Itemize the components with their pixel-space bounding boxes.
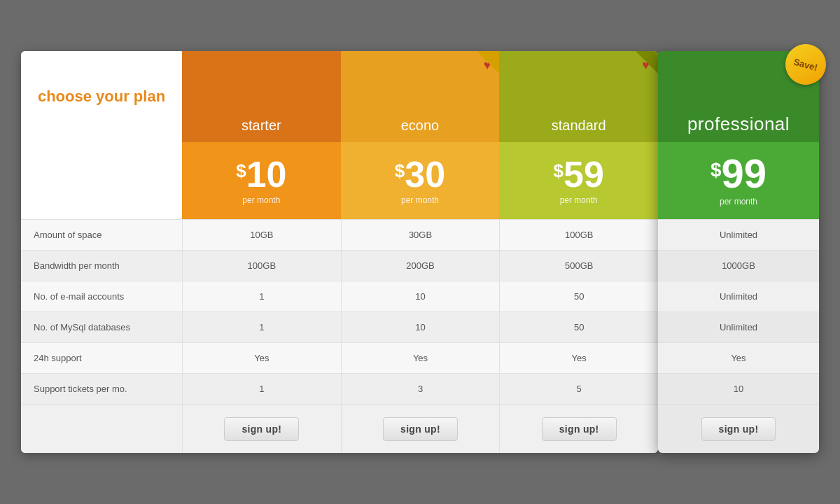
main-pricing-card: choose your plan starter econo ♥ standar… [21,51,658,453]
pro-per-month-label: per month [720,197,757,206]
starter-signup-cell: sign up! [182,405,341,453]
standard-price: $59 [554,156,604,192]
standard-tickets: 5 [499,374,658,404]
pro-email-value: Unlimited [720,291,757,302]
pricing-wrapper: choose your plan starter econo ♥ standar… [21,51,819,453]
pro-space-value: Unlimited [720,230,757,240]
price-label-spacer [21,142,182,219]
econo-support: Yes [341,343,500,373]
pro-feature-tickets: 10 [658,373,819,404]
pro-pricing-card: Save! professional $99 per month Unlimit… [658,51,819,453]
pro-bandwidth-value: 1000GB [722,260,755,271]
plan-name-row: choose your plan starter econo ♥ standar… [21,51,658,142]
pro-price-section: $99 per month [658,142,819,219]
feature-name-support: 24h support [21,343,182,373]
pro-feature-email: Unlimited [658,281,819,312]
standard-space: 100GB [499,220,658,250]
standard-signup-button[interactable]: sign up! [542,417,617,441]
feature-row-mysql: No. of MySql databases 1 10 50 [21,312,658,342]
econo-price-cell: $30 per month [341,142,500,219]
price-row: $10 per month $30 per month $59 per mont… [21,142,658,219]
econo-plan-name: econo [401,118,440,142]
pro-signup-button[interactable]: sign up! [701,417,776,441]
standard-support: Yes [499,343,658,373]
starter-bandwidth: 100GB [182,251,341,281]
standard-per-month: per month [560,195,598,205]
signup-row: sign up! sign up! sign up! [21,404,658,453]
starter-mysql: 1 [182,312,341,342]
standard-ribbon [636,51,658,74]
pro-price-amount: $99 [710,153,766,194]
econo-per-month: per month [401,195,439,205]
pro-plan-name: professional [687,113,790,142]
starter-signup-button[interactable]: sign up! [224,417,299,441]
standard-bandwidth: 500GB [499,251,658,281]
feature-row-email: No. of e-mail accounts 1 10 50 [21,281,658,312]
signup-label-spacer [21,405,182,453]
standard-mysql: 50 [499,312,658,342]
pro-feature-space: Unlimited [658,219,819,250]
pro-mysql-value: Unlimited [720,322,757,332]
econo-price: $30 [395,156,445,192]
save-badge-text: Save! [792,56,818,72]
econo-mysql: 10 [341,312,500,342]
starter-price: $10 [236,156,286,192]
econo-signup-cell: sign up! [341,405,500,453]
feature-name-tickets: Support tickets per mo. [21,374,182,404]
feature-row-space: Amount of space 10GB 30GB 100GB [21,219,658,250]
standard-price-cell: $59 per month [499,142,658,219]
choose-plan-label: choose your plan [38,86,165,108]
starter-email: 1 [182,281,341,312]
pro-feature-mysql: Unlimited [658,312,819,342]
empty-header: choose your plan [21,51,182,142]
pro-signup-row: sign up! [658,404,819,453]
standard-email: 50 [499,281,658,312]
standard-plan-name: standard [552,118,606,142]
feature-row-bandwidth: Bandwidth per month 100GB 200GB 500GB [21,250,658,281]
pro-support-value: Yes [731,353,746,363]
pro-feature-bandwidth: 1000GB [658,250,819,281]
econo-ribbon [477,51,499,74]
feature-row-tickets: Support tickets per mo. 1 3 5 [21,373,658,404]
feature-name-email: No. of e-mail accounts [21,281,182,312]
starter-per-month: per month [242,195,280,205]
econo-tickets: 3 [341,374,500,404]
econo-header: econo ♥ [341,51,500,142]
starter-price-cell: $10 per month [182,142,341,219]
econo-bandwidth: 200GB [341,251,500,281]
pro-tickets-value: 10 [734,384,743,394]
starter-header: starter [182,51,341,142]
econo-space: 30GB [341,220,500,250]
starter-plan-name: starter [241,118,281,142]
standard-signup-cell: sign up! [499,405,658,453]
feature-name-mysql: No. of MySql databases [21,312,182,342]
econo-signup-button[interactable]: sign up! [383,417,458,441]
econo-email: 10 [341,281,500,312]
starter-space: 10GB [182,220,341,250]
standard-header: standard ♥ [499,51,658,142]
pro-feature-support: Yes [658,342,819,373]
feature-name-bandwidth: Bandwidth per month [21,251,182,281]
feature-row-support: 24h support Yes Yes Yes [21,342,658,373]
starter-support: Yes [182,343,341,373]
feature-name-space: Amount of space [21,220,182,250]
starter-tickets: 1 [182,374,341,404]
